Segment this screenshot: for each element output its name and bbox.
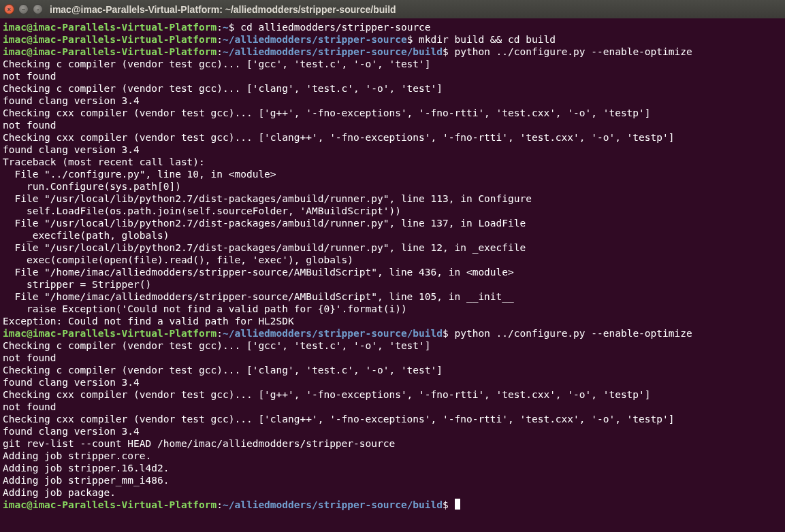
close-icon[interactable]: × [4, 4, 14, 14]
prompt-line: imac@imac-Parallels-Virtual-Platform:~/a… [3, 327, 782, 339]
output-line: found clang version 3.4 [3, 376, 782, 388]
output-line: Checking c compiler (vendor test gcc)...… [3, 339, 782, 352]
output-line: self.LoadFile(os.path.join(self.sourceFo… [3, 205, 782, 217]
prompt-path: ~/alliedmodders/stripper-source/build [223, 328, 443, 339]
output-text: _execfile(path, globals) [3, 230, 169, 241]
prompt-userhost: imac@imac-Parallels-Virtual-Platform [3, 34, 217, 45]
output-line: found clang version 3.4 [3, 425, 782, 437]
maximize-icon[interactable]: ▫ [33, 4, 43, 14]
output-text: found clang version 3.4 [3, 426, 140, 437]
window-controls: × − ▫ [4, 4, 43, 14]
output-text: File "/home/imac/alliedmodders/stripper-… [3, 267, 514, 278]
minimize-icon[interactable]: − [18, 4, 29, 14]
prompt-line: imac@imac-Parallels-Virtual-Platform:~/a… [3, 499, 782, 511]
command-text: cd alliedmodders/stripper-source [240, 22, 430, 33]
output-line: Adding job stripper_mm_i486. [3, 474, 782, 486]
output-text: Checking c compiler (vendor test gcc)...… [3, 59, 431, 69]
output-text: Checking cxx compiler (vendor test gcc).… [3, 414, 674, 425]
output-text: File "/home/imac/alliedmodders/stripper-… [3, 291, 514, 302]
prompt-colon: : [217, 34, 223, 45]
output-line: File "/usr/local/lib/python2.7/dist-pack… [3, 193, 782, 205]
output-text: self.LoadFile(os.path.join(self.sourceFo… [3, 205, 401, 216]
output-text: Checking cxx compiler (vendor test gcc).… [3, 389, 651, 400]
prompt-path: ~/alliedmodders/stripper-source/build [223, 499, 443, 510]
prompt-userhost: imac@imac-Parallels-Virtual-Platform [3, 499, 217, 510]
output-line: Checking cxx compiler (vendor test gcc).… [3, 388, 782, 401]
prompt-line: imac@imac-Parallels-Virtual-Platform:~/a… [3, 46, 782, 58]
prompt-colon: : [217, 22, 223, 33]
output-text: run.Configure(sys.path[0]) [3, 181, 181, 192]
output-line: Checking cxx compiler (vendor test gcc).… [3, 413, 782, 425]
output-line: Checking cxx compiler (vendor test gcc).… [3, 131, 782, 144]
output-text: raise Exception('Could not find a valid … [3, 303, 407, 314]
prompt-path: ~ [223, 22, 229, 33]
output-text: found clang version 3.4 [3, 144, 140, 155]
prompt-path: ~/alliedmodders/stripper-source [223, 34, 407, 45]
output-text: Checking cxx compiler (vendor test gcc).… [3, 132, 674, 143]
prompt-line: imac@imac-Parallels-Virtual-Platform:~$ … [3, 21, 782, 33]
output-line: git rev-list --count HEAD /home/imac/all… [3, 437, 782, 450]
output-line: found clang version 3.4 [3, 144, 782, 156]
output-text: Traceback (most recent call last): [3, 156, 205, 167]
output-line: run.Configure(sys.path[0]) [3, 180, 782, 193]
output-line: stripper = Stripper() [3, 278, 782, 290]
output-text: git rev-list --count HEAD /home/imac/all… [3, 438, 395, 449]
output-text: File "/usr/local/lib/python2.7/dist-pack… [3, 242, 526, 253]
output-line: File "/usr/local/lib/python2.7/dist-pack… [3, 217, 782, 229]
output-line: Checking c compiler (vendor test gcc)...… [3, 58, 782, 70]
cursor [455, 499, 460, 510]
command-text: python ../configure.py --enable-optimize [455, 328, 692, 339]
command-text: python ../configure.py --enable-optimize [455, 46, 692, 57]
terminal-viewport[interactable]: imac@imac-Parallels-Virtual-Platform:~$ … [0, 18, 785, 514]
output-text: found clang version 3.4 [3, 377, 140, 388]
output-text: File "/usr/local/lib/python2.7/dist-pack… [3, 218, 526, 229]
output-line: not found [3, 352, 782, 364]
output-line: Traceback (most recent call last): [3, 156, 782, 168]
output-line: File "/home/imac/alliedmodders/stripper-… [3, 290, 782, 303]
output-text: Adding job stripper_mm_i486. [3, 475, 169, 486]
prompt-line: imac@imac-Parallels-Virtual-Platform:~/a… [3, 33, 782, 46]
output-text: File "../configure.py", line 10, in <mod… [3, 169, 276, 180]
output-text: not found [3, 71, 57, 82]
output-text: not found [3, 352, 57, 363]
prompt-userhost: imac@imac-Parallels-Virtual-Platform [3, 46, 217, 57]
output-text: Exception: Could not find a valid path f… [3, 316, 294, 327]
output-line: _execfile(path, globals) [3, 229, 782, 242]
prompt-path: ~/alliedmodders/stripper-source/build [223, 46, 443, 57]
output-text: not found [3, 120, 57, 131]
output-text: File "/usr/local/lib/python2.7/dist-pack… [3, 193, 532, 204]
prompt-dollar: $ [229, 22, 240, 33]
output-line: Adding job package. [3, 486, 782, 499]
output-line: File "/usr/local/lib/python2.7/dist-pack… [3, 242, 782, 254]
output-text: Checking c compiler (vendor test gcc)...… [3, 83, 443, 94]
titlebar[interactable]: × − ▫ imac@imac-Parallels-Virtual-Platfo… [0, 0, 785, 18]
output-line: not found [3, 70, 782, 82]
prompt-colon: : [217, 328, 223, 339]
output-line: File "../configure.py", line 10, in <mod… [3, 168, 782, 180]
output-line: Exception: Could not find a valid path f… [3, 315, 782, 327]
prompt-colon: : [217, 46, 223, 57]
output-line: Checking c compiler (vendor test gcc)...… [3, 364, 782, 376]
window-title: imac@imac-Parallels-Virtual-Platform: ~/… [50, 3, 396, 16]
output-text: Checking c compiler (vendor test gcc)...… [3, 340, 431, 351]
output-line: not found [3, 401, 782, 413]
output-line: found clang version 3.4 [3, 95, 782, 107]
prompt-userhost: imac@imac-Parallels-Virtual-Platform [3, 328, 217, 339]
output-line: Checking cxx compiler (vendor test gcc).… [3, 107, 782, 119]
output-text: found clang version 3.4 [3, 95, 140, 106]
prompt-colon: : [217, 499, 223, 510]
output-text: not found [3, 401, 57, 412]
output-text: stripper = Stripper() [3, 279, 151, 290]
output-line: raise Exception('Could not find a valid … [3, 303, 782, 315]
output-text: Adding job package. [3, 487, 116, 498]
output-line: Adding job stripper.16.l4d2. [3, 462, 782, 474]
output-line: Checking c compiler (vendor test gcc)...… [3, 82, 782, 95]
output-text: Checking c compiler (vendor test gcc)...… [3, 365, 443, 376]
output-line: exec(compile(open(file).read(), file, 'e… [3, 254, 782, 266]
prompt-dollar: $ [443, 499, 454, 510]
output-line: Adding job stripper.core. [3, 450, 782, 462]
output-text: Checking cxx compiler (vendor test gcc).… [3, 107, 651, 118]
output-text: Adding job stripper.16.l4d2. [3, 463, 169, 473]
prompt-userhost: imac@imac-Parallels-Virtual-Platform [3, 22, 217, 33]
command-text: mkdir build && cd build [419, 34, 556, 45]
